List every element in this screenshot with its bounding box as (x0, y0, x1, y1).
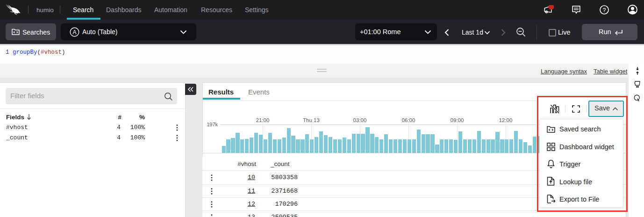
svg-text:A: A (72, 29, 76, 36)
svg-text:?: ? (603, 7, 606, 14)
